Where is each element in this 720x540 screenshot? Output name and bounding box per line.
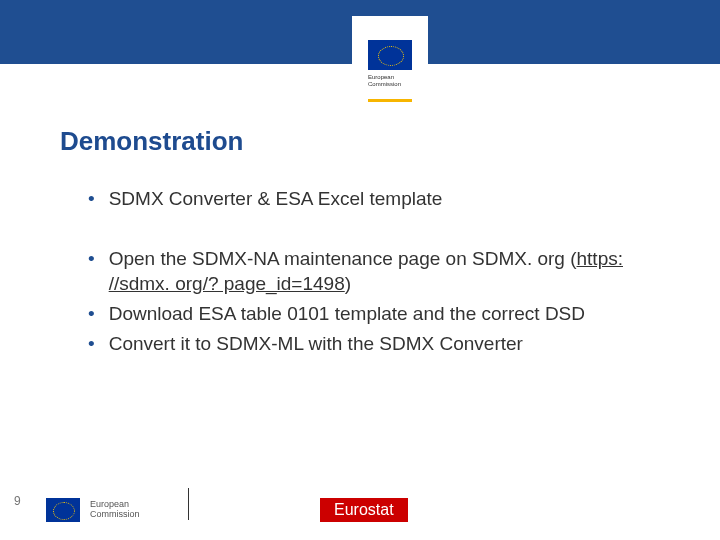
bullet-item: • Open the SDMX-NA maintenance page on S… (88, 247, 660, 296)
slide-title: Demonstration (60, 126, 720, 157)
footer-divider (188, 488, 189, 520)
eurostat-badge: Eurostat (320, 498, 408, 522)
bullet-dot-icon: • (88, 247, 95, 296)
ec-logo-line2: Commission (90, 509, 140, 519)
bullet-text: Open the SDMX-NA maintenance page on SDM… (109, 247, 660, 296)
page-number: 9 (14, 494, 21, 508)
ec-logo-footer-text: European Commission (90, 500, 140, 520)
content-area: • SDMX Converter & ESA Excel template • … (88, 187, 660, 357)
ec-logo-line2: Commission (368, 81, 401, 87)
bullet-text: Download ESA table 0101 template and the… (109, 302, 585, 326)
ec-logo-top: European Commission (352, 16, 428, 96)
bullet-item: • Download ESA table 0101 template and t… (88, 302, 660, 326)
logo-underline (368, 99, 412, 102)
ec-logo-line1: European (90, 499, 129, 509)
bullet-text: Convert it to SDMX-ML with the SDMX Conv… (109, 332, 523, 356)
bullet-dot-icon: • (88, 187, 95, 211)
bullet-text-pre: Open the SDMX-NA maintenance page on SDM… (109, 248, 577, 269)
bullet-item: • Convert it to SDMX-ML with the SDMX Co… (88, 332, 660, 356)
bullet-dot-icon: • (88, 332, 95, 356)
eu-flag-icon (368, 40, 412, 70)
bullet-text: SDMX Converter & ESA Excel template (109, 187, 443, 211)
ec-logo-line1: European (368, 74, 394, 80)
bullet-item: • SDMX Converter & ESA Excel template (88, 187, 660, 211)
bullet-text-post: ) (345, 273, 351, 294)
ec-logo-text: European Commission (368, 74, 412, 87)
bullet-dot-icon: • (88, 302, 95, 326)
footer: 9 European Commission Eurostat (0, 476, 720, 522)
eu-flag-icon (46, 498, 80, 522)
ec-logo-footer: European Commission (46, 498, 140, 522)
header-band: European Commission (0, 0, 720, 64)
